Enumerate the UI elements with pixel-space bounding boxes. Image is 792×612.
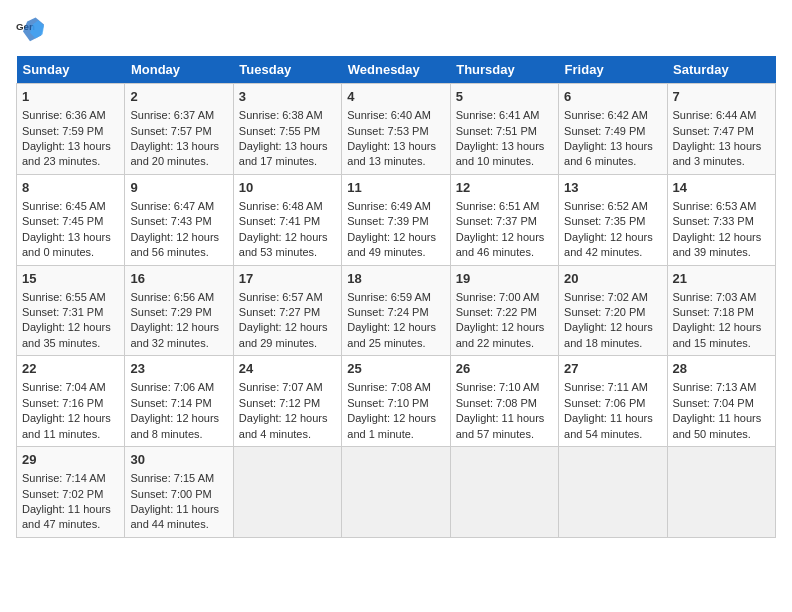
calendar-day-17: 17Sunrise: 6:57 AMSunset: 7:27 PMDayligh…	[233, 265, 341, 356]
day-info: Sunrise: 6:36 AM	[22, 108, 119, 123]
day-number: 1	[22, 88, 119, 106]
day-number: 18	[347, 270, 444, 288]
day-info: and 13 minutes.	[347, 154, 444, 169]
day-number: 10	[239, 179, 336, 197]
day-info: Sunset: 7:53 PM	[347, 124, 444, 139]
day-number: 25	[347, 360, 444, 378]
day-info: and 42 minutes.	[564, 245, 661, 260]
day-info: Sunrise: 6:51 AM	[456, 199, 553, 214]
calendar-week-2: 8Sunrise: 6:45 AMSunset: 7:45 PMDaylight…	[17, 174, 776, 265]
day-number: 21	[673, 270, 770, 288]
day-info: Daylight: 13 hours	[347, 139, 444, 154]
day-info: and 18 minutes.	[564, 336, 661, 351]
day-info: Sunset: 7:06 PM	[564, 396, 661, 411]
calendar-day-8: 8Sunrise: 6:45 AMSunset: 7:45 PMDaylight…	[17, 174, 125, 265]
day-info: Daylight: 12 hours	[347, 411, 444, 426]
day-info: Sunset: 7:47 PM	[673, 124, 770, 139]
calendar-day-11: 11Sunrise: 6:49 AMSunset: 7:39 PMDayligh…	[342, 174, 450, 265]
weekday-header-row: SundayMondayTuesdayWednesdayThursdayFrid…	[17, 56, 776, 84]
calendar-empty	[559, 447, 667, 538]
day-info: Daylight: 13 hours	[456, 139, 553, 154]
day-info: Daylight: 12 hours	[239, 411, 336, 426]
day-info: Sunset: 7:08 PM	[456, 396, 553, 411]
day-info: Sunset: 7:10 PM	[347, 396, 444, 411]
calendar-day-5: 5Sunrise: 6:41 AMSunset: 7:51 PMDaylight…	[450, 84, 558, 175]
day-info: Sunrise: 7:14 AM	[22, 471, 119, 486]
calendar-empty	[342, 447, 450, 538]
day-info: Sunset: 7:37 PM	[456, 214, 553, 229]
day-info: Sunrise: 6:40 AM	[347, 108, 444, 123]
day-number: 14	[673, 179, 770, 197]
day-info: Daylight: 11 hours	[456, 411, 553, 426]
calendar-day-24: 24Sunrise: 7:07 AMSunset: 7:12 PMDayligh…	[233, 356, 341, 447]
weekday-header-friday: Friday	[559, 56, 667, 84]
day-info: Sunset: 7:41 PM	[239, 214, 336, 229]
day-info: and 0 minutes.	[22, 245, 119, 260]
day-info: Daylight: 11 hours	[564, 411, 661, 426]
day-info: and 3 minutes.	[673, 154, 770, 169]
day-number: 15	[22, 270, 119, 288]
calendar-day-1: 1Sunrise: 6:36 AMSunset: 7:59 PMDaylight…	[17, 84, 125, 175]
day-info: Sunset: 7:59 PM	[22, 124, 119, 139]
day-info: Sunset: 7:29 PM	[130, 305, 227, 320]
day-info: Sunset: 7:31 PM	[22, 305, 119, 320]
day-info: Sunrise: 7:10 AM	[456, 380, 553, 395]
day-number: 20	[564, 270, 661, 288]
day-info: Daylight: 13 hours	[22, 139, 119, 154]
calendar-day-15: 15Sunrise: 6:55 AMSunset: 7:31 PMDayligh…	[17, 265, 125, 356]
calendar-week-4: 22Sunrise: 7:04 AMSunset: 7:16 PMDayligh…	[17, 356, 776, 447]
calendar-day-19: 19Sunrise: 7:00 AMSunset: 7:22 PMDayligh…	[450, 265, 558, 356]
day-info: Sunrise: 7:00 AM	[456, 290, 553, 305]
day-info: Sunset: 7:14 PM	[130, 396, 227, 411]
day-info: Daylight: 12 hours	[22, 411, 119, 426]
day-number: 8	[22, 179, 119, 197]
day-info: Daylight: 12 hours	[347, 230, 444, 245]
day-info: Sunrise: 6:52 AM	[564, 199, 661, 214]
day-info: Daylight: 12 hours	[239, 230, 336, 245]
calendar-day-22: 22Sunrise: 7:04 AMSunset: 7:16 PMDayligh…	[17, 356, 125, 447]
day-info: Sunset: 7:22 PM	[456, 305, 553, 320]
day-info: and 47 minutes.	[22, 517, 119, 532]
calendar-empty	[667, 447, 775, 538]
day-info: Daylight: 13 hours	[564, 139, 661, 154]
day-info: Daylight: 11 hours	[673, 411, 770, 426]
calendar-day-23: 23Sunrise: 7:06 AMSunset: 7:14 PMDayligh…	[125, 356, 233, 447]
day-info: Sunrise: 7:03 AM	[673, 290, 770, 305]
calendar-day-16: 16Sunrise: 6:56 AMSunset: 7:29 PMDayligh…	[125, 265, 233, 356]
calendar-day-29: 29Sunrise: 7:14 AMSunset: 7:02 PMDayligh…	[17, 447, 125, 538]
day-info: Sunset: 7:16 PM	[22, 396, 119, 411]
day-info: Sunset: 7:55 PM	[239, 124, 336, 139]
day-info: and 54 minutes.	[564, 427, 661, 442]
day-info: Sunset: 7:45 PM	[22, 214, 119, 229]
day-info: Sunset: 7:43 PM	[130, 214, 227, 229]
day-info: and 25 minutes.	[347, 336, 444, 351]
day-info: Sunrise: 6:41 AM	[456, 108, 553, 123]
calendar-week-5: 29Sunrise: 7:14 AMSunset: 7:02 PMDayligh…	[17, 447, 776, 538]
day-info: Daylight: 12 hours	[564, 230, 661, 245]
day-info: Sunrise: 6:56 AM	[130, 290, 227, 305]
day-info: and 20 minutes.	[130, 154, 227, 169]
day-info: Daylight: 12 hours	[564, 320, 661, 335]
day-number: 28	[673, 360, 770, 378]
day-info: Sunset: 7:49 PM	[564, 124, 661, 139]
calendar-day-2: 2Sunrise: 6:37 AMSunset: 7:57 PMDaylight…	[125, 84, 233, 175]
day-number: 7	[673, 88, 770, 106]
weekday-header-thursday: Thursday	[450, 56, 558, 84]
day-info: Sunset: 7:20 PM	[564, 305, 661, 320]
calendar-day-10: 10Sunrise: 6:48 AMSunset: 7:41 PMDayligh…	[233, 174, 341, 265]
day-info: and 22 minutes.	[456, 336, 553, 351]
day-info: Sunrise: 6:38 AM	[239, 108, 336, 123]
calendar-day-20: 20Sunrise: 7:02 AMSunset: 7:20 PMDayligh…	[559, 265, 667, 356]
day-info: Daylight: 13 hours	[673, 139, 770, 154]
calendar-day-9: 9Sunrise: 6:47 AMSunset: 7:43 PMDaylight…	[125, 174, 233, 265]
day-info: and 32 minutes.	[130, 336, 227, 351]
day-info: and 39 minutes.	[673, 245, 770, 260]
day-info: Sunrise: 6:47 AM	[130, 199, 227, 214]
day-number: 27	[564, 360, 661, 378]
day-info: and 50 minutes.	[673, 427, 770, 442]
day-number: 19	[456, 270, 553, 288]
day-info: and 29 minutes.	[239, 336, 336, 351]
calendar-day-12: 12Sunrise: 6:51 AMSunset: 7:37 PMDayligh…	[450, 174, 558, 265]
day-info: Sunset: 7:57 PM	[130, 124, 227, 139]
day-info: Daylight: 11 hours	[22, 502, 119, 517]
